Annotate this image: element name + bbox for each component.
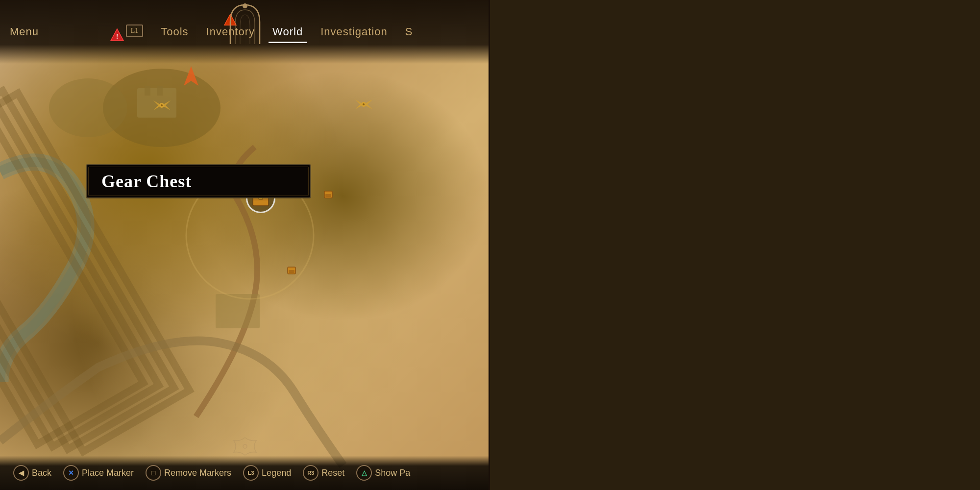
s-label-left: S	[405, 25, 413, 38]
investigation-label-left: Investigation	[320, 25, 388, 38]
place-marker-label-left: Place Marker	[82, 468, 134, 478]
map-background-left	[0, 0, 490, 490]
place-marker-btn-left[interactable]: ✕ Place Marker	[57, 465, 140, 481]
tools-label-left: Tools	[161, 25, 188, 38]
menu-label[interactable]: Menu	[0, 22, 49, 42]
legend-btn-left[interactable]: L3 Legend	[237, 465, 297, 481]
remove-markers-btn-left[interactable]: □ Remove Markers	[140, 465, 237, 481]
legend-label-left: Legend	[262, 468, 291, 478]
bottom-ornament-left	[233, 437, 257, 458]
nav-item-s-left[interactable]: S	[396, 21, 422, 43]
gear-chest-tooltip-left: Gear Chest	[86, 164, 311, 198]
panel-divider	[489, 0, 490, 490]
l3-icon-left: L3	[243, 465, 259, 481]
svg-point-20	[363, 103, 365, 105]
nav-item-world-left[interactable]: World	[264, 21, 312, 43]
creature-marker-2-left	[353, 97, 375, 114]
nav-bar-left: Menu ! L1 To	[0, 0, 490, 64]
reset-label-left: Reset	[321, 468, 344, 478]
svg-point-29	[243, 444, 247, 448]
x-icon-left: ✕	[63, 465, 79, 481]
reset-btn-left[interactable]: R3 Reset	[297, 465, 350, 481]
svg-point-11	[243, 3, 247, 8]
nav-items-left: ! L1 Tools ! Inventory World	[49, 20, 490, 44]
r3-icon-left: R3	[303, 465, 318, 481]
l1-badge-left: L1	[126, 24, 144, 37]
back-label: Back	[32, 468, 51, 478]
arrow-marker-left	[184, 66, 198, 88]
svg-marker-16	[184, 66, 198, 86]
creature-marker-1-left	[151, 98, 173, 115]
world-label-left: World	[272, 25, 303, 38]
bottom-bar-left: ◀ Back ✕ Place Marker □ Remove Markers L…	[0, 456, 490, 490]
screen-container: Menu ! L1 To	[0, 0, 980, 490]
show-panel-label-left: Show Pa	[375, 468, 410, 478]
show-panel-btn-left[interactable]: △ Show Pa	[350, 465, 416, 481]
small-marker-1	[323, 190, 333, 202]
remove-markers-label-left: Remove Markers	[164, 468, 231, 478]
nav-item-l1-left[interactable]: L1	[117, 20, 152, 44]
svg-rect-22	[325, 194, 331, 197]
back-btn[interactable]: ◀ Back	[7, 465, 57, 481]
arch-decoration-left	[225, 0, 265, 44]
back-icon: ◀	[13, 465, 29, 481]
square-icon-left: □	[146, 465, 161, 481]
nav-item-investigation-left[interactable]: Investigation	[312, 21, 396, 43]
nav-item-tools-left[interactable]: Tools	[152, 21, 197, 43]
svg-point-18	[161, 104, 163, 106]
small-marker-2	[287, 266, 296, 278]
gear-chest-label-left: Gear Chest	[101, 172, 192, 191]
triangle-icon-left: △	[356, 465, 372, 481]
left-panel: Menu ! L1 To	[0, 0, 490, 490]
svg-rect-24	[289, 270, 294, 273]
